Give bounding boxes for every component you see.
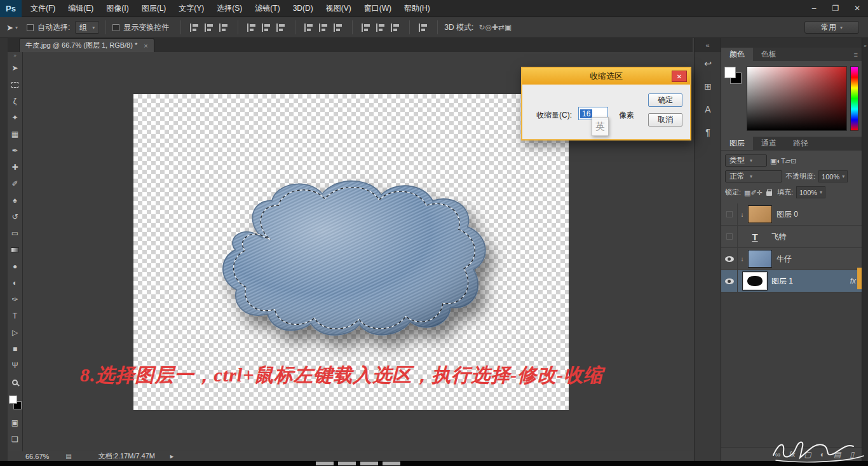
auto-align-icon[interactable] xyxy=(419,24,428,32)
distribute-icon[interactable] xyxy=(376,24,386,32)
cancel-button[interactable]: 取消 xyxy=(648,113,682,127)
rectangular-marquee-tool-icon[interactable] xyxy=(8,76,23,93)
tab-layers[interactable]: 图层 xyxy=(721,137,753,150)
properties-panel-icon[interactable]: ⊞ xyxy=(695,75,721,98)
blur-tool-icon[interactable]: ● xyxy=(8,258,23,275)
collapse-dock-icon[interactable]: « xyxy=(695,38,721,52)
3d-drag-icon[interactable]: ✚ xyxy=(492,23,498,32)
align-icon[interactable] xyxy=(219,24,229,32)
filter-pixel-layers-icon[interactable]: ▣ xyxy=(770,157,776,165)
character-panel-icon[interactable]: A xyxy=(695,98,721,121)
path-selection-tool-icon[interactable]: ▷ xyxy=(8,324,23,341)
eye-icon[interactable] xyxy=(725,278,734,284)
layer-name[interactable]: 牛仔 xyxy=(776,254,792,264)
layer-row[interactable]: ↓ 图层 0 xyxy=(721,203,862,226)
lock-all-icon[interactable] xyxy=(766,191,772,196)
menu-item[interactable]: 编辑(E) xyxy=(62,0,100,17)
lasso-tool-icon[interactable]: ζ xyxy=(8,93,23,109)
auto-select-checkbox[interactable] xyxy=(27,24,34,31)
status-menu-arrow-icon[interactable]: ► xyxy=(169,453,175,460)
visibility-well[interactable] xyxy=(721,226,738,248)
foreground-color-swatch[interactable] xyxy=(9,395,17,404)
lock-pixels-icon[interactable]: ✐ xyxy=(750,189,756,196)
menu-item[interactable]: 3D(D) xyxy=(287,0,320,17)
document-tab[interactable]: 牛皮.jpg @ 66.7% (图层 1, RGB/8) * × xyxy=(19,38,154,52)
eyedropper-tool-icon[interactable]: ✒ xyxy=(8,142,23,159)
tab-swatches[interactable]: 色板 xyxy=(753,48,785,61)
distribute-icon[interactable] xyxy=(391,24,400,32)
paragraph-panel-icon[interactable]: ¶ xyxy=(695,121,721,144)
tab-paths[interactable]: 路径 xyxy=(785,137,817,150)
menu-item[interactable]: 文字(Y) xyxy=(172,0,210,17)
color-swatches[interactable] xyxy=(8,394,23,415)
align-icon[interactable] xyxy=(262,24,271,32)
auto-select-target-dropdown[interactable]: 组 ▾ xyxy=(75,21,99,34)
menu-item[interactable]: 窗口(W) xyxy=(358,0,398,17)
collapse-dock-icon[interactable]: « xyxy=(862,43,868,49)
clone-stamp-tool-icon[interactable]: ♠ xyxy=(8,192,23,209)
show-transform-checkbox[interactable] xyxy=(112,24,119,31)
hue-slider[interactable] xyxy=(850,66,858,131)
foreground-color-swatch[interactable] xyxy=(724,67,736,78)
color-swatches[interactable] xyxy=(724,67,743,86)
lock-transparency-icon[interactable]: ▦ xyxy=(744,189,750,196)
toolbar-collapse-icon[interactable]: » xyxy=(13,52,16,60)
zoom-tool-icon[interactable] xyxy=(8,374,23,390)
opacity-field[interactable]: 100% ▾ xyxy=(818,170,848,182)
align-icon[interactable] xyxy=(276,24,286,32)
menu-item[interactable]: 滤镜(T) xyxy=(248,0,286,17)
dialog-close-button[interactable]: ✕ xyxy=(672,71,687,82)
tab-channels[interactable]: 通道 xyxy=(753,137,785,150)
3d-scale-icon[interactable]: ▣ xyxy=(505,23,512,32)
quick-mask-icon[interactable]: ▣ xyxy=(8,415,23,431)
hand-tool-icon[interactable]: Ψ xyxy=(8,357,23,374)
align-icon[interactable] xyxy=(247,24,257,32)
filter-smart-objects-icon[interactable]: ⊡ xyxy=(790,157,796,165)
eraser-tool-icon[interactable]: ▭ xyxy=(8,225,23,242)
panel-menu-icon[interactable]: ≡ xyxy=(854,51,858,58)
layer-row-selected[interactable]: 图层 1 fx xyxy=(721,270,862,292)
layer-thumbnail[interactable] xyxy=(748,205,772,223)
visibility-well[interactable] xyxy=(721,270,738,292)
saturation-brightness-box[interactable] xyxy=(747,66,847,131)
fill-field[interactable]: 100% ▾ xyxy=(796,186,825,198)
pen-tool-icon[interactable]: ✑ xyxy=(8,291,23,308)
layer-style-badge[interactable]: fx xyxy=(850,277,856,285)
layer-row[interactable]: T 飞特 xyxy=(721,226,862,248)
menu-item[interactable]: 图层(L) xyxy=(135,0,173,17)
menu-item[interactable]: 帮助(H) xyxy=(398,0,437,17)
distribute-icon[interactable] xyxy=(334,24,343,32)
rectangle-tool-icon[interactable]: ■ xyxy=(8,341,23,357)
zoom-level-field[interactable]: 66.67% xyxy=(25,453,49,460)
healing-brush-tool-icon[interactable]: ✚ xyxy=(8,159,23,175)
quick-selection-tool-icon[interactable]: ✦ xyxy=(8,109,23,126)
visibility-well[interactable] xyxy=(721,248,738,270)
distribute-icon[interactable] xyxy=(319,24,329,32)
3d-roll-icon[interactable]: ◎ xyxy=(485,23,491,32)
crop-tool-icon[interactable]: ▦ xyxy=(8,126,23,142)
tab-color[interactable]: 颜色 xyxy=(721,48,753,61)
distribute-icon[interactable] xyxy=(304,24,314,32)
visibility-well[interactable] xyxy=(721,203,738,226)
menu-item[interactable]: 文件(F) xyxy=(24,0,62,17)
blend-mode-dropdown[interactable]: 正常 ▾ xyxy=(725,170,782,182)
menu-item[interactable]: 图像(I) xyxy=(100,0,135,17)
gradient-tool-icon[interactable] xyxy=(8,242,23,258)
filter-type-layers-icon[interactable]: T xyxy=(781,157,785,165)
align-icon[interactable] xyxy=(190,24,200,32)
history-brush-tool-icon[interactable]: ↺ xyxy=(8,209,23,225)
layer-name[interactable]: 飞特 xyxy=(771,231,787,242)
dialog-titlebar[interactable]: 收缩选区 ✕ xyxy=(522,68,690,85)
current-tool-preview[interactable]: ➤ ▾ xyxy=(6,23,18,32)
brush-tool-icon[interactable]: ✐ xyxy=(8,175,23,192)
type-tool-icon[interactable]: T xyxy=(8,308,23,324)
align-icon[interactable] xyxy=(205,24,214,32)
screen-mode-icon[interactable]: ❏ xyxy=(8,431,23,448)
move-tool-icon[interactable]: ➤ xyxy=(8,60,23,76)
workspace-switcher[interactable]: 常用 ▾ xyxy=(804,21,859,34)
3d-rotate-icon[interactable]: ↻ xyxy=(478,23,485,32)
text-layer-thumbnail[interactable]: T xyxy=(743,228,767,245)
ok-button[interactable]: 确定 xyxy=(648,93,682,107)
history-panel-icon[interactable]: ↩ xyxy=(695,52,721,75)
tab-close-icon[interactable]: × xyxy=(144,42,147,50)
